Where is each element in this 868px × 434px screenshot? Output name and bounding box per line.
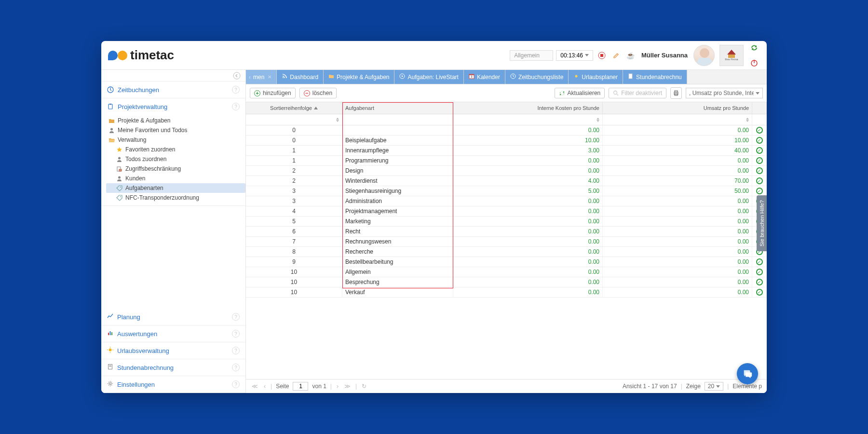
filter-internal[interactable] [453,114,603,125]
nav-item-projekte-aufgaben[interactable]: Projekte & Aufgaben [106,116,245,125]
sync-icon[interactable] [748,42,760,54]
help-icon[interactable]: ? [232,103,240,110]
table-row[interactable]: 4Projektmanagement0.000.00✓ [246,206,767,217]
nav-item-verwaltung[interactable]: Verwaltung [106,135,245,145]
tab-kalender[interactable]: 3Kalender [464,70,505,84]
nav-item-kunden[interactable]: Kunden [106,174,245,183]
pager-last[interactable]: ≫ [343,383,352,390]
pager-refresh-icon[interactable]: ↻ [361,383,367,390]
table-row[interactable]: 10Verkauf0.000.00✓ [246,287,767,298]
pager-next[interactable]: › [336,383,339,390]
table-row[interactable]: 10Allgemein0.000.00✓ [246,267,767,277]
table-row[interactable]: 5Marketing0.000.00✓ [246,217,767,227]
table-row[interactable]: 00.000.00✓ [246,125,767,136]
cell-sort: 10 [246,277,342,287]
folder-icon [328,73,334,81]
star-icon [116,146,122,153]
nav-item-meine-favoriten-und-todos[interactable]: Meine Favoriten und Todos [106,125,245,135]
filter-button[interactable]: Filter deaktiviert [609,88,666,98]
table-row[interactable]: 10Besprechung0.000.00✓ [246,277,767,287]
col-internal[interactable]: Interne Kosten pro Stunde [453,102,603,114]
pager-show-label: Zeige [686,383,701,390]
nav-item-zugriffsbeschr-nkung[interactable]: Zugriffsbeschränkung [106,164,245,174]
col-sort[interactable]: Sortierreihenfolge [246,102,342,114]
nav-urlaubsverwaltung[interactable]: Urlaubsverwaltung? [101,342,245,359]
col-revenue[interactable]: Umsatz pro Stunde [603,102,752,114]
toolbar: +hinzufügen −löschen Aktualisieren Filte… [246,84,767,102]
logo-dot-blue [108,51,118,60]
cell-internal: 0.00 [453,257,603,267]
coffee-icon[interactable]: ☕ [625,50,637,61]
table-row[interactable]: 2Design0.000.00✓ [246,166,767,176]
elapsed-time[interactable]: 00:13:46 [556,50,593,61]
nav-auswertungen[interactable]: Auswertungen? [101,326,245,342]
view-select[interactable]: , Umsatz pro Stunde, Interr [686,88,763,98]
nav-item-favoriten-zuordnen[interactable]: Favoriten zuordnen [106,145,245,154]
table-row[interactable]: 8Recherche0.000.00✓ [246,247,767,257]
tab-label: Dashboard [290,74,318,81]
tab-aufgaben-livestart[interactable]: Aufgaben: LiveStart [394,70,463,84]
table-row[interactable]: 1Innenraumpflege3.0040.00✓ [246,146,767,156]
nav-stundenabrechnung[interactable]: Stundenabrechnung? [101,359,245,376]
help-icon[interactable]: ? [232,364,240,371]
col-type[interactable]: Aufgabenart [342,102,453,114]
filter-sort[interactable] [246,114,342,125]
table-row[interactable]: 3Stiegenhausreinigung5.0050.00✓ [246,186,767,196]
company-logo[interactable]: Ihre Firma [719,45,744,66]
edit-icon[interactable] [610,50,622,61]
tab-label: Aufgaben: LiveStart [407,74,458,81]
avatar[interactable] [693,45,715,66]
print-icon[interactable] [670,87,682,99]
cell-sort: 6 [246,227,342,236]
nav-item-nfc-transponderzuordnung[interactable]: NFC-Transponderzuordnung [106,193,245,203]
delete-button[interactable]: −löschen [299,88,337,98]
tab-urlaubsplaner[interactable]: Urlaubsplaner [569,70,623,84]
nav-zeitbuchungen[interactable]: Zeitbuchungen ? [101,81,245,98]
cell-name: Programmierung [342,156,453,165]
table-row[interactable]: 9Bestellbearbeitung0.000.00✓ [246,257,767,267]
filter-revenue[interactable] [603,114,752,125]
nav-einstellungen[interactable]: Einstellungen? [101,376,245,393]
current-task-field[interactable]: Allgemein [510,50,553,61]
pager-size-select[interactable]: 20 [705,382,723,391]
cell-revenue: 0.00 [603,196,752,206]
table-row[interactable]: 3Administration0.000.00✓ [246,196,767,206]
help-icon[interactable]: ? [232,330,240,338]
tab-zeitbuchungsliste[interactable]: Zeitbuchungsliste [505,70,569,84]
help-icon[interactable]: ? [232,313,240,321]
cell-status: ✓ [752,287,767,297]
close-icon[interactable]: ✕ [268,74,271,80]
nav-projektverwaltung[interactable]: Projektverwaltung ? [101,98,245,115]
help-icon[interactable]: ? [232,347,240,354]
power-icon[interactable] [748,57,760,69]
nav-item-aufgabenarten[interactable]: Aufgabenarten [106,183,245,193]
chat-fab[interactable] [737,363,758,384]
stop-icon[interactable] [596,50,608,61]
sidebar-collapse[interactable] [101,70,245,81]
table-row[interactable]: 7Rechnungswesen0.000.00✓ [246,237,767,247]
table-row[interactable]: 1Programmierung0.000.00✓ [246,156,767,166]
tabs: ‹men✕DashboardProjekte & AufgabenAufgabe… [246,70,767,84]
tab-stundenabrechnu[interactable]: Stundenabrechnu [623,70,687,84]
svg-point-33 [575,75,578,78]
tab-projekte-aufgaben[interactable]: Projekte & Aufgaben [324,70,394,84]
tab-dashboard[interactable]: Dashboard [277,70,324,84]
pager-prev[interactable]: ‹ [263,383,267,390]
svg-point-13 [120,187,121,188]
nav-planung[interactable]: Planung? [101,309,245,325]
svg-rect-15 [108,333,109,335]
refresh-button[interactable]: Aktualisieren [555,88,605,98]
help-icon[interactable]: ? [232,86,240,94]
nav-item-todos-zuordnen[interactable]: Todos zuordnen [106,154,245,164]
tab-men[interactable]: ‹men✕ [246,70,277,84]
table-row[interactable]: 6Recht0.000.00✓ [246,227,767,237]
add-button[interactable]: +hinzufügen [250,88,296,98]
table-row[interactable]: 2Winterdienst4.0070.00✓ [246,176,767,186]
pager-page-input[interactable] [293,382,308,391]
table-row[interactable]: 0Beispielaufgabe10.0010.00✓ [246,136,767,146]
help-icon[interactable]: ? [232,380,240,388]
help-tab[interactable]: Sie brauchen Hilfe? [757,195,767,251]
pager-first[interactable]: ≪ [251,383,259,390]
filter-type[interactable] [342,114,453,125]
grid-rows: 00.000.00✓0Beispielaufgabe10.0010.00✓1In… [246,125,767,379]
